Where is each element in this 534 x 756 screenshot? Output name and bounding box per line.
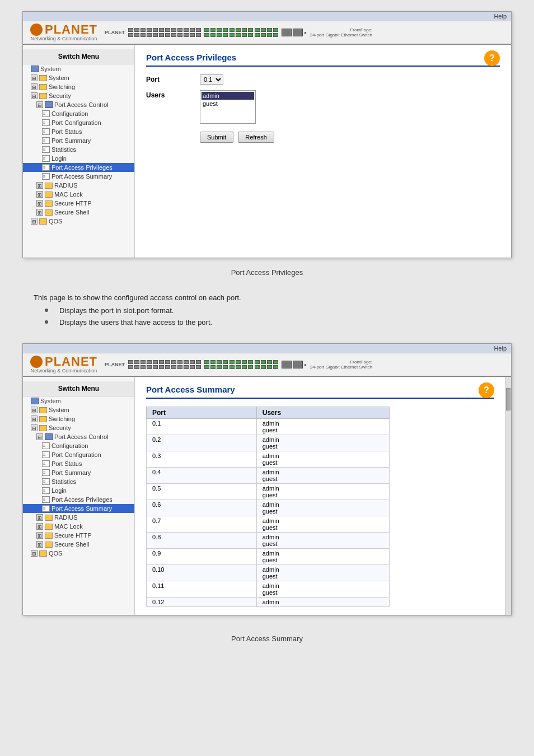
sidebar-item-security-p2[interactable]: ⊟ Security [23,423,134,432]
tree-icon-secure-http-p2: ⊞ [36,532,43,539]
port-control[interactable]: 0.1 [200,74,223,85]
sidebar-item-mac-lock[interactable]: ⊞ MAC Lock [23,190,134,199]
sidebar-item-login-p2[interactable]: Login [23,486,134,495]
user-entry: admin [263,517,384,524]
cell-users: adminguest [256,484,390,500]
users-listbox[interactable]: admin guest [200,90,256,124]
sidebar-item-secure-http-p2[interactable]: ⊞ Secure HTTP [23,531,134,540]
tree-icon-system-p2: ⊞ [31,407,38,413]
switch-ports-mid [204,28,278,37]
tree-icon-security-p2: ⊟ [31,424,38,431]
sidebar-label-secure-shell-p2: Secure Shell [54,541,89,548]
planet-label: PLANET [105,30,125,35]
scrollbar[interactable] [505,377,511,615]
sidebar-item-qos[interactable]: ⊞ QOS [23,217,134,226]
user-entry: admin [263,566,384,573]
sidebar-label-qos-p2: QOS [49,550,62,557]
cell-users: adminguest [256,468,390,484]
sidebar-label-statistics-p2: Statistics [51,478,76,485]
description-area: This page is to show the configured acce… [0,288,534,341]
tree-icon-secure-shell-p2: ⊞ [36,541,43,548]
device-info: FrontPage: 24-port Gigabit Ethernet Swit… [310,27,372,38]
sidebar-item-port-summary-p2[interactable]: Port Summary [23,468,134,477]
folder-icon-qos [39,218,47,225]
sidebar-item-system-icon-p2[interactable]: System [23,396,134,405]
page-icon-port-configuration-p2 [42,451,50,458]
bullet-1 [45,309,48,312]
sidebar-label-statistics: Statistics [51,146,76,153]
user-entry: admin [263,452,384,459]
sidebar-item-radius[interactable]: ⊞ RADIUS [23,181,134,190]
sidebar-item-port-status-p2[interactable]: Port Status [23,459,134,468]
user-guest[interactable]: guest [202,100,254,108]
sidebar-item-security[interactable]: ⊟ Security [23,91,134,100]
user-entry: admin [263,599,384,605]
content-title-panel1: Port Access Privileges [146,53,500,67]
sidebar-item-login[interactable]: Login [23,154,134,163]
help-button-panel2[interactable]: ? [479,382,494,398]
sidebar-item-statistics[interactable]: Statistics [23,145,134,154]
port-select[interactable]: 0.1 [200,74,223,85]
sidebar-item-configuration-p2[interactable]: Configuration [23,441,134,450]
sidebar-item-port-configuration-p2[interactable]: Port Configuration [23,450,134,459]
sidebar-item-pac[interactable]: ⊟ Port Access Control [23,100,134,109]
user-admin[interactable]: admin [202,92,254,100]
sidebar-item-port-access-privileges-p2[interactable]: Port Access Privileges [23,495,134,504]
logo-icon [30,24,43,36]
sidebar-item-system-p2[interactable]: ⊞ System [23,405,134,414]
scrollbar-thumb[interactable] [506,388,510,410]
content-with-scroll: ? Port Access Summary Port Users 0.1admi… [135,377,511,615]
sidebar-item-port-summary[interactable]: Port Summary [23,136,134,145]
logo-text-p2: PLANET [45,356,97,368]
logo-area-p2: PLANET Networking & Communication [27,356,100,374]
sidebar-item-system-icon[interactable]: System [23,64,134,73]
table-row: 0.6adminguest [147,500,390,516]
sidebar-item-switching[interactable]: ⊞ Switching [23,82,134,91]
refresh-button[interactable]: Refresh [238,132,274,143]
content-title-panel2: Port Access Summary [146,385,494,399]
page-icon-port-status [42,128,50,135]
sidebar-item-port-status[interactable]: Port Status [23,127,134,136]
page-icon-port-status-p2 [42,460,50,467]
sidebar-item-mac-lock-p2[interactable]: ⊞ MAC Lock [23,522,134,531]
sidebar-item-switching-p2[interactable]: ⊞ Switching [23,414,134,423]
cell-port: 0.7 [147,516,257,533]
help-button-panel1[interactable]: ? [484,50,500,66]
sidebar-item-qos-p2[interactable]: ⊞ QOS [23,549,134,558]
cell-port: 0.8 [147,533,257,549]
summary-table: Port Users 0.1adminguest0.2adminguest0.3… [146,407,390,607]
sidebar-item-port-access-summary[interactable]: Port Access Summary [23,172,134,181]
sidebar-item-port-access-privileges[interactable]: Port Access Privileges [23,163,134,172]
sidebar-item-system[interactable]: ⊞ System [23,73,134,82]
sidebar-item-pac-p2[interactable]: ⊟ Port Access Control [23,432,134,441]
description-intro: This page is to show the configured acce… [34,293,512,302]
sidebar-item-configuration[interactable]: Configuration [23,109,134,118]
table-row: 0.11adminguest [147,581,390,598]
sidebar-item-secure-http[interactable]: ⊞ Secure HTTP [23,199,134,208]
submit-button[interactable]: Submit [200,132,233,143]
sidebar-item-secure-shell[interactable]: ⊞ Secure Shell [23,208,134,217]
logo-text: PLANET [45,24,97,36]
sidebar-item-radius-p2[interactable]: ⊞ RADIUS [23,513,134,522]
table-row: 0.7adminguest [147,516,390,533]
sidebar-label-security: Security [49,92,71,99]
help-bar: Help [23,12,511,21]
cell-port: 0.5 [147,484,257,500]
folder-icon-switching-p2 [39,416,47,422]
page-icon-port-access-privileges-p2 [42,496,50,503]
sidebar-item-statistics-p2[interactable]: Statistics [23,477,134,486]
page-icon-statistics [42,146,50,153]
sidebar-label-port-access-privileges: Port Access Privileges [51,164,113,171]
cell-users: adminguest [256,435,390,451]
page-icon-port-configuration [42,119,50,126]
tree-icon-qos-p2: ⊞ [31,550,38,557]
sidebar-item-secure-shell-p2[interactable]: ⊞ Secure Shell [23,540,134,549]
tree-icon-radius: ⊞ [36,182,43,189]
mgmt-area-p2: ● [282,361,307,368]
sidebar-item-port-access-summary-p2[interactable]: Port Access Summary [23,504,134,513]
desc-text-2: Displays the users that have access to t… [59,318,212,326]
sidebar-label-system-p2: System [49,407,69,413]
sidebar-label-configuration: Configuration [51,110,88,117]
sidebar-item-port-configuration[interactable]: Port Configuration [23,118,134,127]
page-icon-port-summary [42,137,50,144]
